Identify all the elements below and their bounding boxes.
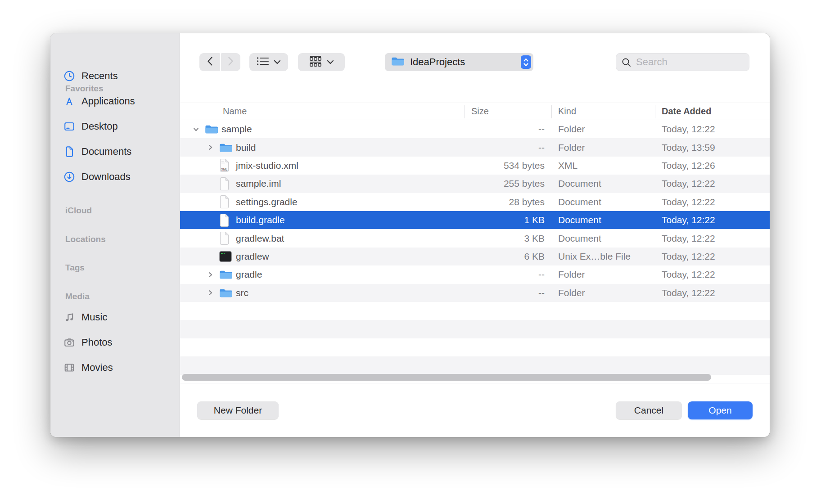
table-row[interactable]: gradle -- Folder Today, 12:22 — [180, 266, 770, 284]
sidebar-item-label: Desktop — [81, 121, 118, 132]
file-icon — [219, 248, 232, 266]
file-icon — [219, 138, 233, 156]
table-row[interactable]: settings.gradle 28 bytes Document Today,… — [180, 193, 770, 211]
empty-row — [180, 338, 770, 356]
file-date-added: Today, 12:22 — [662, 248, 715, 266]
file-kind: XML — [558, 157, 577, 175]
sidebar-item-label: Applications — [81, 95, 135, 107]
file-kind: Folder — [558, 138, 585, 156]
open-file-dialog: Favorites Recents Applications Desktop D… — [50, 33, 770, 437]
file-kind: Folder — [558, 120, 585, 138]
disclosure-chevron-icon[interactable] — [207, 229, 214, 247]
file-kind: Unix Ex…ble File — [558, 248, 631, 266]
file-name: build.gradle — [236, 211, 285, 229]
camera-icon — [63, 337, 75, 349]
file-date-added: Today, 12:22 — [662, 120, 715, 138]
horizontal-scrollbar-thumb[interactable] — [182, 374, 711, 381]
sidebar-item-documents[interactable]: Documents — [63, 143, 175, 161]
file-name: sample.iml — [236, 175, 281, 193]
file-size: 28 bytes — [468, 193, 545, 211]
new-folder-button[interactable]: New Folder — [197, 401, 279, 419]
disclosure-chevron-icon[interactable] — [207, 138, 214, 156]
disclosure-chevron-icon[interactable] — [207, 284, 214, 302]
sidebar-item-label: Documents — [81, 146, 131, 158]
footer-divider — [180, 383, 770, 383]
file-size: -- — [468, 284, 545, 302]
file-kind: Folder — [558, 284, 585, 302]
file-kind: Document — [558, 175, 601, 193]
file-icon — [219, 284, 233, 302]
sidebar-item-label: Downloads — [81, 171, 131, 183]
film-icon — [63, 362, 75, 374]
file-name: sample — [221, 120, 252, 138]
file-date-added: Today, 13:59 — [662, 138, 715, 156]
svg-text:XML: XML — [221, 168, 227, 171]
disclosure-chevron-icon[interactable] — [207, 211, 214, 229]
disclosure-chevron-icon[interactable] — [193, 120, 200, 138]
empty-row — [180, 356, 770, 374]
file-size: 3 KB — [468, 229, 545, 247]
sidebar-section-icloud: iCloud — [65, 202, 164, 219]
appstore-icon — [63, 95, 75, 108]
file-date-added: Today, 12:22 — [662, 229, 715, 247]
download-icon — [63, 171, 75, 183]
file-date-added: Today, 12:26 — [662, 157, 715, 175]
file-icon — [219, 193, 230, 211]
sidebar-item-label: Recents — [81, 70, 118, 82]
clock-icon — [63, 70, 75, 82]
sidebar-section-locations: Locations — [65, 231, 164, 248]
sidebar-item-music[interactable]: Music — [63, 308, 175, 326]
empty-row — [180, 320, 770, 338]
sidebar-item-photos[interactable]: Photos — [63, 333, 175, 351]
file-kind: Folder — [558, 266, 585, 284]
table-row[interactable]: gradlew 6 KB Unix Ex…ble File Today, 12:… — [180, 248, 770, 266]
file-date-added: Today, 12:22 — [662, 266, 715, 284]
sidebar-item-movies[interactable]: Movies — [63, 359, 175, 377]
sidebar-item-label: Movies — [81, 362, 113, 374]
file-size: 1 KB — [468, 211, 545, 229]
sidebar-item-recents[interactable]: Recents — [63, 67, 175, 85]
empty-row — [180, 302, 770, 320]
table-row[interactable]: sample -- Folder Today, 12:22 — [180, 120, 770, 138]
file-icon — [219, 211, 230, 229]
file-icon: XML — [219, 157, 230, 175]
disclosure-chevron-icon[interactable] — [207, 248, 214, 266]
file-date-added: Today, 12:22 — [662, 175, 715, 193]
sidebar-item-desktop[interactable]: Desktop — [63, 117, 175, 135]
table-row[interactable]: src -- Folder Today, 12:22 — [180, 284, 770, 302]
disclosure-chevron-icon[interactable] — [207, 193, 214, 211]
sidebar-item-downloads[interactable]: Downloads — [63, 168, 175, 186]
table-row[interactable]: build -- Folder Today, 13:59 — [180, 138, 770, 156]
file-name: jmix-studio.xml — [236, 157, 298, 175]
sidebar-item-applications[interactable]: Applications — [63, 92, 175, 110]
file-size: 534 bytes — [468, 157, 545, 175]
disclosure-chevron-icon[interactable] — [207, 157, 214, 175]
file-size: 6 KB — [468, 248, 545, 266]
file-size: 255 bytes — [468, 175, 545, 193]
file-icon — [219, 229, 230, 247]
disclosure-chevron-icon[interactable] — [207, 175, 214, 193]
table-row[interactable]: XML jmix-studio.xml 534 bytes XML Today,… — [180, 157, 770, 175]
open-button[interactable]: Open — [688, 401, 753, 419]
file-icon — [219, 266, 233, 284]
file-kind: Document — [558, 229, 601, 247]
file-icon — [205, 120, 218, 138]
file-icon — [219, 175, 230, 193]
sidebar-section-tags: Tags — [65, 260, 164, 276]
disclosure-chevron-icon[interactable] — [207, 266, 214, 284]
document-icon — [63, 146, 75, 158]
file-kind: Document — [558, 193, 601, 211]
cancel-button[interactable]: Cancel — [616, 401, 682, 419]
file-name: gradlew — [236, 248, 269, 266]
desktop-icon — [63, 121, 75, 133]
file-size: -- — [468, 138, 545, 156]
file-name: gradlew.bat — [236, 229, 284, 247]
table-row[interactable]: gradlew.bat 3 KB Document Today, 12:22 — [180, 229, 770, 247]
table-row[interactable]: build.gradle 1 KB Document Today, 12:22 — [180, 211, 770, 229]
file-size: -- — [468, 266, 545, 284]
file-name: gradle — [236, 266, 262, 284]
file-date-added: Today, 12:22 — [662, 211, 715, 229]
table-row[interactable]: sample.iml 255 bytes Document Today, 12:… — [180, 175, 770, 193]
file-kind: Document — [558, 211, 601, 229]
sidebar-item-label: Photos — [81, 337, 113, 348]
